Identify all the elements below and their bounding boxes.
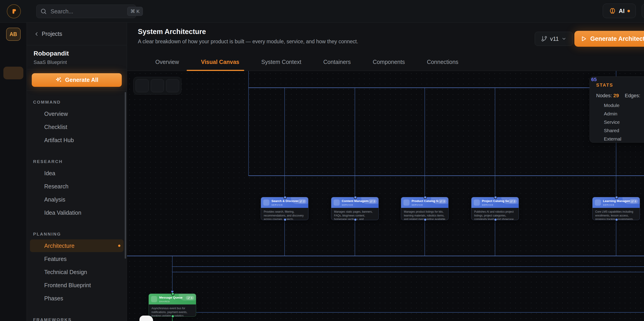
node-connection-badge: 2 — [298, 199, 306, 203]
rail-button[interactable] — [4, 52, 23, 64]
canvas-tool-button[interactable] — [151, 79, 164, 92]
sidebar-item[interactable]: Phases — [30, 292, 124, 305]
app-root: ⌘ K AI AB — [0, 0, 644, 321]
canvas-node[interactable]: Search & Discovery Ser… SERVICE 2 Provid… — [261, 197, 308, 220]
tab[interactable]: System Context — [246, 53, 308, 71]
tab[interactable]: Connections — [411, 53, 465, 71]
tab[interactable]: Containers — [308, 53, 357, 71]
tab-bar: Overview Visual Canvas System Context Co… — [127, 53, 644, 71]
generate-architecture-button[interactable]: Generate Architecture — [574, 31, 644, 47]
sidebar-item[interactable]: Overview — [30, 108, 124, 120]
node-title: Product Catalog Service — [412, 199, 438, 203]
sidebar-item-label: Features — [44, 256, 67, 262]
canvas-tool-button[interactable] — [166, 79, 179, 92]
node-title: Message Queue — [159, 296, 182, 299]
node-description: Provides search, filtering, recommendati… — [261, 208, 308, 220]
git-branch-icon — [188, 297, 190, 299]
git-branch-icon — [631, 200, 634, 203]
tab-label: Components — [373, 59, 405, 65]
git-branch-icon — [510, 200, 513, 203]
stats-legend: Module Admin Service Shared External — [596, 103, 644, 142]
canvas-node[interactable]: Learning Management … SERVICE 6 Core LMS… — [592, 197, 640, 220]
sidebar-item[interactable]: Features — [30, 252, 124, 265]
canvas-node[interactable]: Content Management S… SERVICE 3 Manages … — [331, 197, 379, 220]
avatar[interactable]: AB — [6, 28, 21, 41]
page-title: System Architecture — [138, 28, 206, 36]
rail-button[interactable] — [4, 112, 23, 124]
node-header: Search & Discovery Ser… SERVICE 2 — [261, 197, 308, 208]
tab[interactable]: Visual Canvas — [185, 53, 246, 71]
git-branch-icon — [440, 200, 442, 203]
sidebar-item[interactable]: Frontend Blueprint — [30, 279, 124, 292]
section-label-command: COMMAND — [33, 100, 124, 105]
sidebar-item-label: Frontend Blueprint — [44, 282, 91, 288]
section-label-frameworks: FRAMEWORKS — [33, 317, 124, 321]
legend-item: Shared — [596, 128, 644, 133]
app-logo[interactable] — [7, 4, 21, 18]
canvas-node[interactable]: Message Queue SHARED 6 Asynchronous even… — [148, 294, 196, 317]
visual-canvas[interactable]: Search & Discovery Ser… SERVICE 2 Provid… — [127, 71, 644, 321]
legend-label: Module — [604, 103, 620, 108]
tab[interactable]: Overview — [140, 53, 185, 71]
edge-layer — [127, 71, 644, 321]
search-input[interactable] — [50, 8, 124, 15]
sidebar-item[interactable]: Idea Validation — [30, 206, 124, 219]
sidebar-item[interactable]: Analysis — [30, 193, 124, 206]
legend-item: Admin — [596, 111, 644, 116]
main-header: System Architecture A clear breakdown of… — [127, 23, 644, 71]
node-title: Content Management S… — [342, 199, 368, 203]
git-branch-icon — [541, 36, 548, 42]
topbar-overflow-pill[interactable] — [642, 4, 644, 18]
generate-all-button[interactable]: Generate All — [32, 73, 122, 87]
back-label: Projects — [42, 30, 62, 37]
node-description: Manages static pages, banners, FAQs, blo… — [331, 208, 378, 220]
version-dropdown[interactable]: v11 — [535, 32, 573, 46]
node-type-label: SHARED — [159, 300, 182, 303]
rail-button[interactable] — [4, 96, 23, 109]
ai-status-dot — [628, 10, 630, 12]
back-to-projects[interactable]: Projects — [27, 23, 127, 45]
top-bar: ⌘ K AI — [0, 0, 644, 23]
section-label-planning: PLANNING — [33, 232, 124, 237]
git-branch-icon — [370, 200, 372, 203]
node-description: Asynchronous event bus for notifications… — [149, 304, 196, 316]
sidebar-item-label: Phases — [44, 295, 63, 302]
sidebar-item[interactable]: Checklist — [30, 120, 124, 133]
search-shortcut-badge: ⌘ K — [127, 7, 143, 16]
rail-button[interactable] — [4, 67, 23, 79]
generate-all-wrap: Generate All — [27, 69, 127, 91]
canvas-corner-control[interactable] — [140, 316, 153, 321]
search-bar[interactable]: ⌘ K — [36, 4, 136, 18]
stats-counts: Nodes:29 Edges:65 — [596, 93, 644, 98]
sidebar-item[interactable]: Artifact Hub — [30, 134, 124, 146]
canvas-node[interactable]: Project Catalog Service SERVICE 3 Publis… — [471, 197, 519, 220]
node-header: Content Management S… SERVICE 3 — [331, 197, 378, 208]
canvas-node[interactable]: Product Catalog Service SERVICE 3 Manage… — [401, 197, 448, 220]
node-header: Learning Management … SERVICE 6 — [592, 197, 640, 208]
legend-item: External — [596, 136, 644, 142]
node-type-label: SERVICE — [482, 204, 508, 206]
sidebar-item[interactable]: Technical Design — [30, 266, 124, 278]
sidebar-scrollbar[interactable] — [125, 92, 126, 259]
page-subtitle: A clear breakdown of how your product is… — [138, 38, 358, 45]
node-title: Learning Management … — [603, 199, 630, 203]
section-label-research: RESEARCH — [33, 159, 124, 164]
stats-title: STATS — [596, 82, 644, 88]
rail-button[interactable] — [4, 126, 23, 139]
rail-button[interactable] — [4, 82, 23, 94]
node-connection-badge: 3 — [508, 199, 517, 203]
canvas-tool-button[interactable] — [136, 79, 149, 92]
version-label: v11 — [550, 36, 559, 42]
sidebar-item[interactable]: Research — [30, 180, 124, 193]
node-header: Message Queue SHARED 6 — [149, 294, 196, 304]
sidebar-item-label: Analysis — [44, 196, 65, 203]
legend-item: Service — [596, 120, 644, 125]
node-connection-badge: 3 — [368, 199, 377, 203]
sidebar-nav: COMMAND Overview Checklist Artifact Hub — [27, 91, 127, 321]
ai-status-pill[interactable]: AI — [603, 4, 636, 18]
sidebar-item[interactable]: Architecture — [30, 240, 124, 252]
tab[interactable]: Components — [357, 53, 411, 71]
tab-label: Containers — [323, 59, 351, 65]
sidebar-item-label: Overview — [44, 111, 68, 117]
sidebar-item[interactable]: Idea — [30, 167, 124, 180]
